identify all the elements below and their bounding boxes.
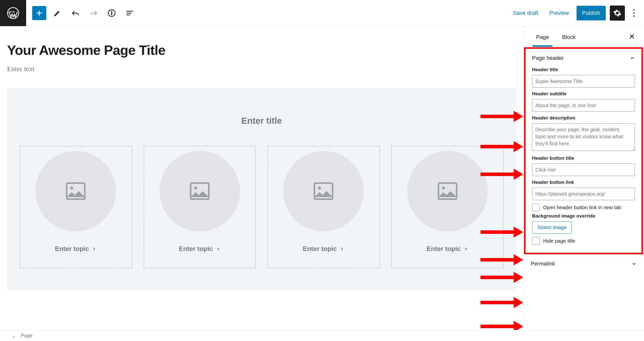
select-image-button[interactable]: Select image	[532, 221, 572, 234]
breadcrumb-indicator: ⌄	[12, 333, 16, 339]
more-options-button[interactable]	[629, 6, 639, 20]
pencil-icon	[53, 9, 62, 18]
info-button[interactable]	[105, 6, 119, 20]
topic-label[interactable]: Enter topic	[179, 245, 213, 253]
breadcrumb-bar: ⌄ Page	[0, 330, 644, 341]
annotation-arrow	[480, 273, 523, 282]
open-new-tab-checkbox[interactable]	[532, 204, 540, 211]
topic-card[interactable]: Enter topic	[144, 146, 256, 268]
open-new-tab-label: Open header button link in new tab	[543, 205, 621, 210]
redo-button[interactable]	[87, 6, 101, 20]
topic-label[interactable]: Enter topic	[427, 245, 461, 253]
list-icon	[125, 9, 134, 18]
permalink-label: Permalink	[531, 261, 555, 267]
editor-canvas[interactable]: Your Awesome Page Title Enter text Enter…	[0, 26, 523, 330]
svg-point-10	[194, 187, 197, 190]
save-draft-link[interactable]: Save draft	[509, 7, 542, 19]
header-button-link-label: Header button link	[532, 180, 635, 185]
header-button-link-input[interactable]	[532, 188, 635, 200]
topic-image-placeholder[interactable]	[35, 151, 116, 231]
top-toolbar: Save draft Preview Publish	[0, 0, 644, 26]
breadcrumb-item[interactable]: Page	[21, 333, 33, 338]
hide-page-title-checkbox[interactable]	[532, 237, 540, 245]
image-icon	[188, 179, 212, 203]
gear-icon	[613, 9, 622, 17]
topic-card[interactable]: Enter topic	[20, 146, 132, 268]
header-title-label: Header title	[532, 67, 635, 72]
chevron-right-icon	[339, 246, 344, 251]
svg-rect-3	[111, 13, 112, 15]
topics-title-placeholder[interactable]: Enter title	[20, 116, 504, 126]
image-icon	[435, 179, 460, 203]
topics-block[interactable]: Enter title Enter topic Ente	[7, 88, 516, 291]
chevron-right-icon	[92, 246, 97, 251]
svg-point-8	[70, 187, 73, 190]
annotation-arrow	[480, 112, 523, 121]
svg-point-2	[111, 11, 112, 12]
plus-icon	[35, 9, 43, 17]
topic-label[interactable]: Enter topic	[303, 245, 337, 253]
image-icon	[64, 179, 88, 203]
settings-button[interactable]	[610, 6, 625, 21]
content-placeholder[interactable]: Enter text	[7, 65, 516, 73]
list-view-button[interactable]	[123, 6, 137, 20]
annotation-arrow	[480, 227, 523, 237]
header-description-textarea[interactable]	[532, 123, 635, 151]
bg-override-label: Background image override	[532, 213, 635, 219]
publish-button[interactable]: Publish	[577, 6, 606, 20]
page-title[interactable]: Your Awesome Page Title	[7, 42, 516, 58]
undo-button[interactable]	[68, 6, 83, 20]
chevron-down-icon	[631, 261, 637, 267]
topic-label[interactable]: Enter topic	[55, 245, 89, 253]
panel-title: Page header	[532, 55, 564, 61]
close-sidebar-button[interactable]	[626, 30, 638, 42]
annotated-panel-highlight: Page header Header title Header subtitle…	[524, 47, 643, 254]
image-icon	[311, 179, 336, 203]
wordpress-icon	[7, 7, 19, 19]
page-header-panel-toggle[interactable]: Page header	[532, 50, 635, 67]
hide-page-title-checkbox-row[interactable]: Hide page title	[532, 237, 635, 245]
preview-link[interactable]: Preview	[546, 7, 573, 19]
open-new-tab-checkbox-row[interactable]: Open header button link in new tab	[532, 204, 635, 211]
annotation-arrow	[480, 142, 523, 151]
add-block-button[interactable]	[32, 6, 46, 20]
wp-logo-button[interactable]	[0, 0, 26, 26]
annotation-arrow	[480, 298, 523, 307]
header-button-title-label: Header button title	[532, 155, 635, 161]
permalink-panel-toggle[interactable]: Permalink	[524, 255, 644, 273]
annotation-arrow	[480, 255, 523, 265]
header-subtitle-label: Header subtitle	[532, 91, 635, 97]
svg-point-5	[633, 12, 635, 14]
hide-page-title-label: Hide page title	[543, 238, 575, 244]
redo-icon	[89, 9, 98, 18]
tab-block[interactable]: Block	[555, 28, 582, 47]
tab-page[interactable]: Page	[530, 28, 555, 47]
svg-point-14	[442, 187, 445, 190]
svg-point-12	[318, 187, 321, 190]
undo-icon	[71, 9, 80, 18]
chevron-right-icon	[216, 246, 221, 251]
topic-image-placeholder[interactable]	[159, 151, 240, 231]
settings-sidebar: Page Block Page header Header title	[523, 26, 644, 330]
chevron-up-icon	[629, 55, 635, 61]
annotation-arrow	[480, 169, 523, 179]
topic-image-placeholder[interactable]	[283, 151, 364, 231]
annotation-arrow	[480, 322, 523, 330]
header-button-title-input[interactable]	[532, 163, 635, 176]
dots-vertical-icon	[633, 9, 635, 17]
topic-image-placeholder[interactable]	[407, 151, 488, 231]
svg-point-4	[633, 9, 635, 11]
topic-card[interactable]: Enter topic	[391, 146, 504, 268]
header-subtitle-input[interactable]	[532, 99, 635, 112]
topic-card[interactable]: Enter topic	[267, 146, 380, 268]
header-description-label: Header description	[532, 115, 635, 121]
wordpress-editor: Save draft Preview Publish Your Awesome …	[0, 0, 644, 341]
edit-mode-button[interactable]	[50, 6, 64, 20]
chevron-right-icon	[463, 246, 468, 251]
svg-point-6	[633, 15, 635, 17]
close-icon	[629, 33, 635, 40]
header-title-input[interactable]	[532, 75, 635, 88]
info-icon	[107, 9, 116, 18]
